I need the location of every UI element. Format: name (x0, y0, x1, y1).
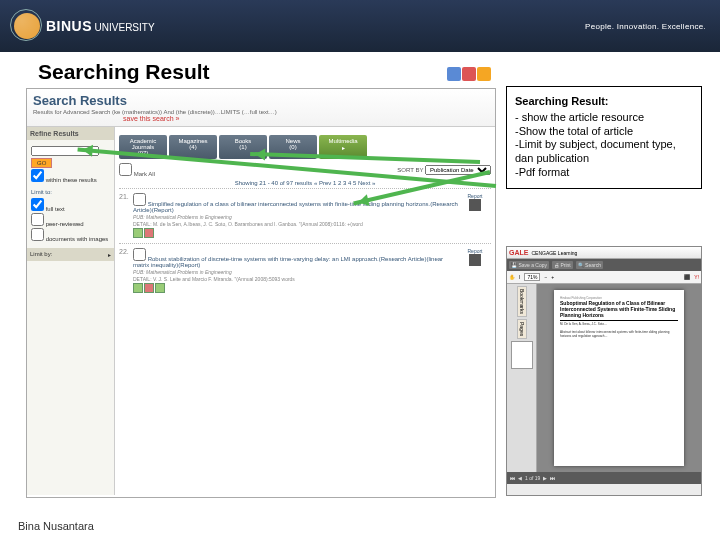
report-icon (469, 199, 481, 211)
annot-line: -Limit by subject, document type, dan pu… (515, 138, 693, 166)
format-icon[interactable] (144, 283, 154, 293)
format-icon[interactable] (144, 228, 154, 238)
report-type: Report (459, 193, 491, 239)
hand-tool-icon[interactable]: ✋ (509, 274, 515, 280)
annot-line: -Show the total of article (515, 125, 693, 139)
pdf-page: Hindawi Publishing Corporation Suboptima… (554, 290, 684, 466)
pdf-zoom-bar: ✋ I 71% − + ⬛ Y! (507, 271, 701, 284)
format-icon[interactable] (133, 283, 143, 293)
pdf-page-area[interactable]: Hindawi Publishing Corporation Suboptima… (537, 284, 701, 472)
pdf-footer: ⏮ ◀ 1 of 19 ▶ ⏭ (507, 472, 701, 484)
limit-to-label: Limit to: (31, 189, 110, 195)
result-title-link[interactable]: Simplified regulation of a class of bili… (133, 201, 458, 213)
result-detail: DETAIL: V. J. S. Leite and Marcio F. Mir… (133, 276, 459, 282)
images-checkbox[interactable]: documents with images (31, 228, 110, 242)
result-pub: PUB: Mathematical Problems in Engineerin… (133, 269, 232, 275)
mark-all[interactable]: Mark All (119, 163, 155, 177)
result-row: 21. Simplified regulation of a class of … (119, 188, 491, 243)
mark-checkbox[interactable] (133, 248, 146, 261)
page-thumb[interactable] (511, 341, 533, 369)
refine-title: Refine Results (27, 127, 114, 140)
result-detail: DETAIL: M. de la Sen, A.Ibeas, J. C. Sot… (133, 221, 459, 227)
pdf-doc-title: Suboptimal Regulation of a Class of Bili… (560, 300, 678, 321)
result-title-link[interactable]: Robust stabilization of discrete-time sy… (133, 256, 443, 268)
bookmarks-tab[interactable]: Bookmarks (517, 286, 527, 317)
zoom-in-icon[interactable]: + (551, 274, 554, 280)
print-button[interactable]: 🖨 Print (552, 261, 573, 269)
result-number: 21. (119, 193, 133, 239)
report-type: Report (459, 248, 491, 294)
format-icon[interactable] (155, 283, 165, 293)
logo-icon (14, 13, 40, 39)
gale-logo: GALE (509, 249, 528, 256)
brand-bold: BINUS (46, 18, 92, 34)
tagline: People. Innovation. Excellence. (585, 22, 706, 31)
pdf-brand-bar: GALE CENGAGE Learning (507, 247, 701, 259)
brand-light: UNIVERSITY (95, 22, 155, 33)
limit-by-bar[interactable]: Limit by:▸ (27, 248, 114, 261)
go-button[interactable]: GO (31, 158, 52, 168)
share-icons (447, 67, 491, 81)
peer-checkbox[interactable]: peer-reviewed (31, 213, 110, 227)
slide-footer: Bina Nusantara (18, 520, 94, 532)
fulltext-checkbox[interactable]: full text (31, 198, 110, 212)
pages-tab[interactable]: Pages (517, 319, 527, 339)
share-icon[interactable] (447, 67, 461, 81)
header-band: BINUS UNIVERSITY People. Innovation. Exc… (0, 0, 720, 52)
pdf-toolbar: 💾 Save a Copy 🖨 Print 🔍 Search (507, 259, 701, 271)
save-search-link[interactable]: save this search » (123, 115, 489, 122)
results-header: Search Results Results for Advanced Sear… (27, 89, 495, 127)
search-button[interactable]: 🔍 Search (576, 261, 603, 269)
annotation-box: Searching Result: - show the article res… (506, 86, 702, 189)
first-page-icon[interactable]: ⏮ (510, 475, 515, 481)
prev-page-icon[interactable]: ◀ (518, 475, 522, 481)
annot-title: Searching Result: (515, 95, 693, 109)
results-heading: Search Results (33, 93, 489, 108)
annot-line: - show the article resource (515, 111, 693, 125)
save-copy-button[interactable]: 💾 Save a Copy (509, 261, 549, 269)
result-pub: PUB: Mathematical Problems in Engineerin… (133, 214, 232, 220)
refine-panel: Refine Results GO within these results L… (27, 127, 115, 495)
next-page-icon[interactable]: ▶ (543, 475, 547, 481)
result-row: 22. Robust stabilization of discrete-tim… (119, 243, 491, 298)
mark-checkbox[interactable] (133, 193, 146, 206)
adobe-icon: ⬛ (684, 274, 690, 280)
annot-line: -Pdf format (515, 166, 693, 180)
page-indicator: 1 of 19 (525, 475, 540, 481)
result-number: 22. (119, 248, 133, 294)
select-tool-icon[interactable]: I (519, 274, 520, 280)
within-checkbox[interactable]: within these results (31, 169, 110, 183)
share-icon[interactable] (462, 67, 476, 81)
share-icon[interactable] (477, 67, 491, 81)
zoom-out-icon[interactable]: − (544, 274, 547, 280)
pdf-sidebar: Bookmarks Pages (507, 284, 537, 472)
yahoo-icon: Y! (694, 274, 699, 280)
slide-title: Searching Result (38, 60, 720, 84)
zoom-field[interactable]: 71% (524, 273, 540, 281)
last-page-icon[interactable]: ⏭ (550, 475, 555, 481)
report-icon (469, 254, 481, 266)
brand-logo: BINUS UNIVERSITY (14, 13, 155, 39)
cengage-text: CENGAGE Learning (531, 250, 577, 256)
pdf-preview-window: GALE CENGAGE Learning 💾 Save a Copy 🖨 Pr… (506, 246, 702, 496)
format-icon[interactable] (133, 228, 143, 238)
